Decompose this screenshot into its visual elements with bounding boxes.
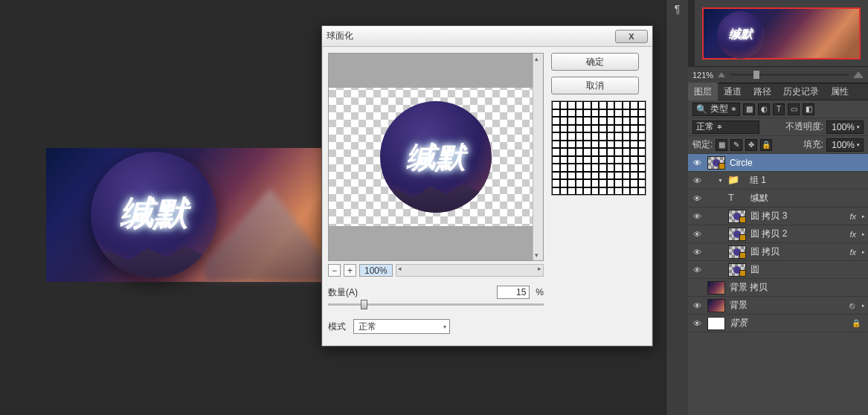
tab-channels[interactable]: 通道 xyxy=(718,83,748,101)
navigator-zoom-value: 121% xyxy=(692,71,713,80)
chevron-down-icon: ≑ xyxy=(717,123,722,130)
opacity-input[interactable]: 100%▾ xyxy=(826,120,864,134)
fill-input[interactable]: 100%▾ xyxy=(826,138,864,152)
visibility-icon[interactable]: 👁 xyxy=(691,318,703,329)
preview-hscroll[interactable] xyxy=(396,264,544,277)
lock-transparency-icon[interactable]: ▦ xyxy=(716,139,727,151)
fx-badge[interactable]: fx xyxy=(849,248,856,257)
lock-all-icon[interactable]: 🔒 xyxy=(760,139,772,151)
layer-name: 组 1 xyxy=(750,174,865,187)
layer-name: 背景 xyxy=(730,299,845,312)
smart-object-thumbnail[interactable] xyxy=(707,156,725,170)
dialog-titlebar[interactable]: 球面化 X xyxy=(322,26,652,47)
chevron-down-icon: ≑ xyxy=(731,106,736,112)
navigator-circle: 缄默 xyxy=(717,11,765,59)
link-twisty-icon[interactable]: ▸ xyxy=(862,303,865,309)
tab-history[interactable]: 历史记录 xyxy=(777,83,825,101)
zoom-in-icon[interactable] xyxy=(853,71,864,78)
visibility-icon[interactable]: 👁 xyxy=(691,210,703,222)
visibility-icon[interactable]: 👁 xyxy=(691,228,703,240)
layer-bg[interactable]: 👁背景⎋▸ xyxy=(688,297,868,315)
fx-badge[interactable]: fx xyxy=(849,212,856,221)
right-rail: ¶ xyxy=(666,0,688,415)
visibility-icon[interactable] xyxy=(691,282,703,294)
layer-thumbnail[interactable] xyxy=(707,317,725,330)
layer-bgcopy[interactable]: 背景 拷贝 xyxy=(688,279,868,297)
layer-bgwhite[interactable]: 👁背景🔒 xyxy=(688,315,868,332)
fx-twisty-icon[interactable]: ▸ xyxy=(862,231,865,237)
type-layer-icon[interactable]: T xyxy=(728,192,746,205)
lock-position-icon[interactable]: ✥ xyxy=(745,139,757,151)
smart-object-thumbnail[interactable] xyxy=(728,210,746,223)
twisty-icon[interactable]: ▼ xyxy=(718,178,723,183)
layer-group1[interactable]: 👁▼📁组 1 xyxy=(688,172,868,190)
smart-object-thumbnail[interactable] xyxy=(728,245,746,259)
fx-twisty-icon[interactable]: ▸ xyxy=(862,213,865,219)
visibility-icon[interactable]: 👁 xyxy=(691,193,703,205)
amount-slider[interactable] xyxy=(328,303,544,306)
preview-frame[interactable]: 缄默 xyxy=(328,53,544,261)
slider-knob[interactable] xyxy=(361,300,367,309)
layer-copy2[interactable]: 👁圆 拷贝 2fx▸ xyxy=(688,225,868,243)
layer-copy3[interactable]: 👁圆 拷贝 3fx▸ xyxy=(688,208,868,225)
lock-icon: 🔒 xyxy=(852,319,861,327)
layer-name: 缄默 xyxy=(750,192,865,205)
ok-button[interactable]: 确定 xyxy=(551,53,639,71)
artwork-circle: 缄默 xyxy=(91,152,217,278)
layer-text1[interactable]: 👁T缄默 xyxy=(688,190,868,208)
spherize-grid-preview xyxy=(551,100,646,196)
navigator-zoom-slider[interactable] xyxy=(730,74,849,76)
dialog-right-column: 确定 取消 xyxy=(551,53,639,196)
layer-circle[interactable]: 👁Circle xyxy=(688,154,868,172)
layer-name: 圆 拷贝 3 xyxy=(750,210,845,222)
layer-thumbnail[interactable] xyxy=(707,281,725,295)
preview-text: 缄默 xyxy=(406,137,466,178)
layer-kind-select[interactable]: 🔍 类型 ≑ xyxy=(692,103,740,116)
layer-kind-label: 类型 xyxy=(710,103,728,115)
tab-layers[interactable]: 图层 xyxy=(688,83,718,101)
preview-checker: 缄默 xyxy=(329,88,543,226)
search-icon: 🔍 xyxy=(696,104,707,115)
blend-mode-select[interactable]: 正常 ≑ xyxy=(692,120,759,134)
fx-badge[interactable]: fx xyxy=(849,230,856,239)
mode-select[interactable]: 正常 xyxy=(353,319,450,334)
tab-paths[interactable]: 路径 xyxy=(748,83,777,101)
artwork-text: 缄默 xyxy=(120,190,188,237)
preview-vscroll[interactable] xyxy=(533,54,543,260)
visibility-icon[interactable]: 👁 xyxy=(691,300,703,312)
preview-zoom-value[interactable]: 100% xyxy=(359,264,393,277)
smart-object-thumbnail[interactable] xyxy=(728,263,746,277)
layer-name: 圆 xyxy=(750,263,865,276)
close-button[interactable]: X xyxy=(615,30,648,43)
amount-row: 数量(A) % xyxy=(328,286,544,299)
visibility-icon[interactable]: 👁 xyxy=(691,157,703,169)
zoom-in-button[interactable]: + xyxy=(344,264,356,277)
amount-label: 数量(A) xyxy=(328,286,358,299)
link-icon[interactable]: ⎋ xyxy=(849,300,855,311)
tab-properties[interactable]: 属性 xyxy=(825,83,855,101)
fx-twisty-icon[interactable]: ▸ xyxy=(862,249,865,255)
filter-smartobject-icon[interactable]: ◧ xyxy=(803,103,814,115)
layer-yuan[interactable]: 👁圆 xyxy=(688,261,868,279)
filter-pixel-icon[interactable]: ▩ xyxy=(743,103,755,115)
visibility-icon[interactable]: 👁 xyxy=(691,246,703,258)
visibility-icon[interactable]: 👁 xyxy=(691,175,703,187)
filter-type-icon[interactable]: T xyxy=(773,103,785,115)
visibility-icon[interactable]: 👁 xyxy=(691,264,703,276)
layer-name: Circle xyxy=(730,158,865,168)
folder-icon[interactable]: 📁 xyxy=(727,174,745,187)
lock-pixels-icon[interactable]: ✎ xyxy=(730,139,742,151)
layer-copy1[interactable]: 👁圆 拷贝fx▸ xyxy=(688,243,868,261)
amount-input[interactable] xyxy=(497,286,530,299)
zoom-out-button[interactable]: − xyxy=(328,264,341,277)
smart-object-thumbnail[interactable] xyxy=(728,228,746,241)
zoom-out-icon[interactable] xyxy=(718,72,725,77)
filter-adjust-icon[interactable]: ◐ xyxy=(758,103,770,115)
layer-thumbnail[interactable] xyxy=(707,299,725,312)
preview-zoom-row: − + 100% xyxy=(328,264,544,277)
artwork-mountain xyxy=(205,148,335,282)
filter-shape-icon[interactable]: ▭ xyxy=(788,103,800,115)
cancel-button[interactable]: 取消 xyxy=(551,77,639,94)
paragraph-icon[interactable]: ¶ xyxy=(666,3,688,15)
navigator-thumbnail[interactable]: 缄默 xyxy=(702,7,861,59)
